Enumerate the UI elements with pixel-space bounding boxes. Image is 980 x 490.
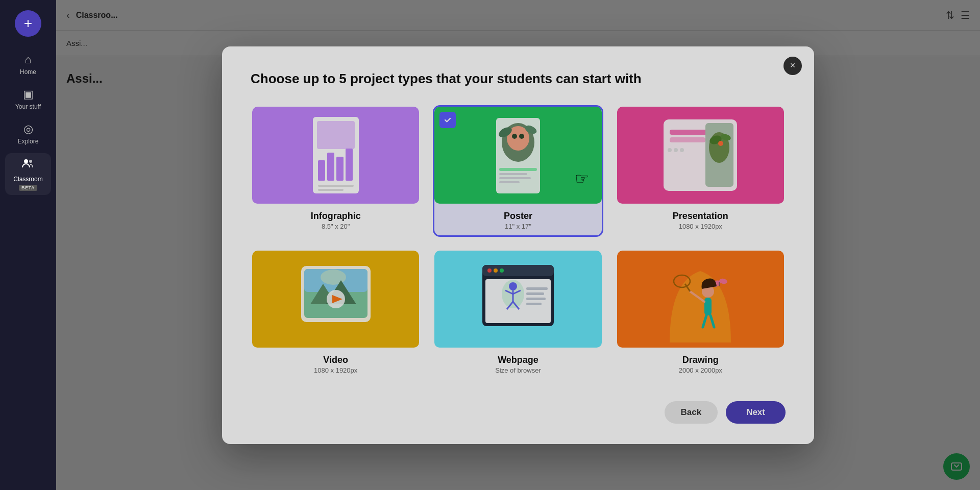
svg-point-32 [718, 141, 723, 146]
project-card-poster[interactable]: ☞ Poster 11" x 17" [433, 105, 603, 237]
video-info: Video 1080 x 1920px [252, 348, 419, 379]
thumb-drawing [617, 251, 784, 348]
webpage-info: Webpage Size of browser [434, 348, 601, 379]
cursor-icon: ☞ [575, 169, 590, 188]
plus-icon: + [24, 15, 32, 32]
modal-backdrop: × Choose up to 5 project types that your… [56, 0, 980, 490]
svg-rect-59 [704, 298, 712, 315]
webpage-size: Size of browser [438, 366, 597, 374]
svg-point-27 [680, 148, 684, 152]
sidebar-item-classroom[interactable]: Classroom BETA [5, 153, 51, 195]
svg-point-26 [674, 148, 678, 152]
modal-title: Choose up to 5 project types that your s… [251, 71, 786, 87]
infographic-info: Infographic 8.5" x 20" [252, 204, 419, 235]
thumb-webpage [434, 251, 601, 348]
close-button[interactable]: × [783, 57, 802, 75]
home-icon: ⌂ [24, 53, 31, 66]
svg-point-44 [494, 268, 498, 273]
project-card-presentation[interactable]: Presentation 1080 x 1920px [616, 105, 786, 237]
svg-point-15 [519, 134, 524, 139]
modal-footer: Back Next [251, 401, 786, 424]
beta-badge: BETA [19, 185, 37, 191]
presentation-name: Presentation [621, 211, 780, 222]
sidebar-item-explore[interactable]: ◎ Explore [5, 118, 51, 149]
svg-point-43 [487, 268, 492, 273]
infographic-size: 8.5" x 20" [256, 223, 415, 230]
drawing-info: Drawing 2000 x 2000px [617, 348, 784, 379]
svg-rect-56 [526, 298, 546, 300]
svg-rect-7 [346, 149, 353, 181]
project-card-drawing[interactable]: Drawing 2000 x 2000px [616, 249, 786, 381]
sidebar: + ⌂ Home ▣ Your stuff ◎ Explore Classroo… [0, 0, 56, 490]
svg-rect-54 [526, 287, 548, 290]
svg-rect-9 [318, 189, 344, 191]
presentation-size: 1080 x 1920px [621, 223, 780, 230]
svg-point-0 [24, 159, 28, 163]
svg-point-25 [668, 148, 672, 152]
svg-rect-20 [499, 177, 531, 179]
svg-point-45 [500, 268, 504, 273]
infographic-name: Infographic [256, 211, 415, 222]
svg-rect-19 [499, 173, 527, 175]
selected-check-icon [439, 112, 456, 128]
svg-point-14 [512, 134, 517, 139]
svg-rect-57 [526, 303, 542, 305]
modal-dialog: × Choose up to 5 project types that your… [222, 46, 814, 444]
svg-rect-24 [670, 137, 705, 142]
svg-rect-6 [336, 157, 344, 181]
svg-rect-55 [526, 292, 544, 295]
sidebar-item-home[interactable]: ⌂ Home [5, 49, 51, 80]
video-name: Video [256, 355, 415, 365]
add-button[interactable]: + [15, 10, 41, 37]
project-card-webpage[interactable]: Webpage Size of browser [433, 249, 603, 381]
poster-size: 11" x 17" [438, 223, 597, 230]
sidebar-item-your-stuff[interactable]: ▣ Your stuff [5, 84, 51, 114]
explore-icon: ◎ [23, 122, 33, 136]
svg-rect-4 [318, 160, 325, 181]
poster-info: Poster 11" x 17" [434, 204, 601, 235]
project-card-infographic[interactable]: Infographic 8.5" x 20" [251, 105, 421, 237]
svg-rect-8 [318, 185, 354, 187]
next-button[interactable]: Next [726, 401, 786, 424]
back-button[interactable]: Back [665, 401, 718, 424]
presentation-info: Presentation 1080 x 1920px [617, 204, 784, 235]
thumb-infographic [252, 107, 419, 204]
project-card-video[interactable]: Video 1080 x 1920px [251, 249, 421, 381]
svg-rect-10 [443, 115, 452, 125]
video-size: 1080 x 1920px [256, 366, 415, 374]
webpage-name: Webpage [438, 355, 597, 365]
drawing-name: Drawing [621, 355, 780, 365]
main-content: ‹ Classroo... ⇅ ☰ Assi... Assi... × Choo… [56, 0, 980, 490]
sidebar-label-home: Home [20, 68, 36, 76]
svg-rect-21 [499, 181, 520, 183]
poster-name: Poster [438, 211, 597, 222]
svg-point-1 [29, 160, 32, 163]
svg-rect-3 [317, 121, 355, 149]
project-grid: Infographic 8.5" x 20" [251, 105, 786, 381]
classroom-icon [21, 157, 35, 174]
svg-rect-42 [482, 265, 554, 276]
stuff-icon: ▣ [23, 88, 34, 101]
sidebar-label-classroom: Classroom [13, 176, 42, 183]
drawing-size: 2000 x 2000px [621, 366, 780, 374]
thumb-poster: ☞ [434, 107, 601, 204]
svg-rect-18 [499, 168, 537, 171]
sidebar-label-explore: Explore [18, 138, 39, 145]
thumb-video [252, 251, 419, 348]
svg-rect-5 [327, 153, 334, 181]
svg-point-48 [509, 282, 517, 290]
sidebar-label-stuff: Your stuff [15, 103, 41, 110]
thumb-presentation [617, 107, 784, 204]
